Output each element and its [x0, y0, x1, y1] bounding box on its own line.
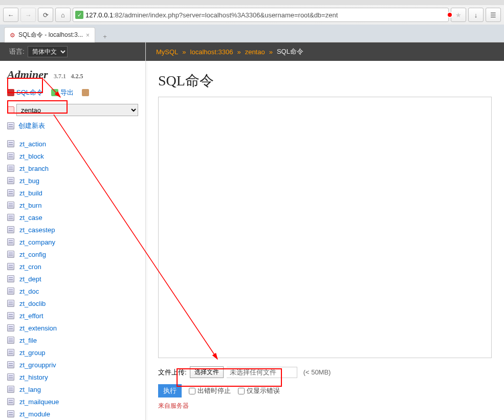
table-row[interactable]: zt_block	[7, 150, 138, 162]
url-bar[interactable]: ✓ 127.0.0.1:82/adminer/index.php?server=…	[73, 8, 449, 22]
breadcrumb-db[interactable]: zentao	[245, 48, 265, 56]
from-server-link[interactable]: 来自服务器	[158, 402, 492, 410]
download-button[interactable]: ↓	[468, 8, 484, 22]
export-link[interactable]: 导出	[51, 88, 74, 97]
table-icon	[7, 349, 14, 356]
table-row[interactable]: zt_action	[7, 138, 138, 150]
breadcrumb-engine[interactable]: MySQL	[156, 48, 178, 56]
table-name: zt_cron	[19, 263, 41, 271]
new-tab-button[interactable]: +	[98, 31, 112, 42]
create-table-link[interactable]: 创建新表	[7, 121, 138, 130]
table-row[interactable]: zt_case	[7, 211, 138, 224]
database-select[interactable]: zentao	[16, 104, 138, 116]
browser-tab-active[interactable]: ⚙ SQL命令 - localhost:3... ×	[4, 27, 95, 42]
back-button[interactable]: ←	[3, 8, 18, 22]
browser-chrome: ← → ⟳ ⌂ ✓ 127.0.0.1:82/adminer/index.php…	[0, 0, 504, 42]
table-name: zt_block	[19, 152, 44, 160]
tab-title: SQL命令 - localhost:3...	[18, 31, 83, 39]
table-row[interactable]: zt_lang	[7, 383, 138, 395]
table-row[interactable]: zt_config	[7, 248, 138, 260]
forward-button[interactable]: →	[20, 8, 36, 22]
table-row[interactable]: zt_mailqueue	[7, 395, 138, 408]
table-icon	[7, 324, 14, 331]
table-icon	[7, 140, 14, 147]
export-icon	[51, 89, 58, 96]
table-name: zt_company	[19, 238, 55, 246]
table-row[interactable]: zt_company	[7, 236, 138, 248]
main: MySQL » localhost:3306 » zentao » SQL命令 …	[146, 42, 504, 420]
table-row[interactable]: zt_group	[7, 346, 138, 359]
table-row[interactable]: zt_bug	[7, 174, 138, 187]
page-title: SQL命令	[158, 71, 492, 91]
table-icon	[7, 238, 14, 246]
language-label: 语言:	[9, 47, 25, 56]
stop-on-error-checkbox[interactable]: 出错时停止	[189, 386, 231, 395]
sidebar: 语言: 简体中文 Adminer 3.7.1 4.2.5 SQL命令 导出	[0, 42, 146, 420]
table-name: zt_build	[19, 189, 42, 197]
size-hint: (< 50MB)	[303, 368, 331, 376]
table-icon	[7, 122, 14, 129]
database-icon	[7, 106, 14, 114]
table-icon	[7, 410, 14, 417]
table-name: zt_doc	[19, 288, 39, 295]
table-name: zt_group	[19, 349, 46, 357]
table-name: zt_branch	[19, 165, 49, 172]
close-icon[interactable]: ×	[86, 32, 90, 39]
home-button[interactable]: ⌂	[55, 8, 71, 22]
table-row[interactable]: zt_effort	[7, 310, 138, 322]
table-name: zt_module	[19, 410, 50, 418]
table-row[interactable]: zt_dept	[7, 273, 138, 285]
table-row[interactable]: zt_casestep	[7, 224, 138, 236]
table-row[interactable]: zt_burn	[7, 199, 138, 211]
table-row[interactable]: zt_cron	[7, 260, 138, 273]
table-name: zt_lang	[19, 386, 41, 393]
table-icon	[7, 202, 14, 209]
sql-textarea[interactable]	[158, 97, 492, 358]
table-row[interactable]: zt_branch	[7, 162, 138, 174]
table-icon	[7, 398, 14, 405]
table-name: zt_action	[19, 140, 46, 148]
choose-file-button[interactable]: 选择文件	[190, 366, 224, 378]
table-name: zt_casestep	[19, 226, 55, 234]
table-icon	[7, 189, 14, 196]
table-row[interactable]: zt_grouppriv	[7, 359, 138, 371]
table-name: zt_case	[19, 214, 42, 222]
breadcrumb-host[interactable]: localhost:3306	[190, 48, 233, 56]
language-select[interactable]: 简体中文	[28, 46, 68, 57]
show-errors-only-checkbox[interactable]: 仅显示错误	[238, 386, 280, 395]
tab-favicon: ⚙	[10, 32, 15, 39]
file-status: 未选择任何文件	[227, 367, 297, 378]
table-name: zt_mailqueue	[19, 398, 59, 406]
table-icon	[7, 165, 14, 172]
table-row[interactable]: zt_module	[7, 408, 138, 420]
table-icon	[7, 386, 14, 393]
table-name: zt_effort	[19, 312, 43, 320]
bookmark-button[interactable]: ★	[451, 8, 466, 22]
table-icon	[7, 337, 14, 344]
tool-icon[interactable]	[82, 89, 89, 96]
table-name: zt_extension	[19, 324, 57, 332]
execute-button[interactable]: 执行	[158, 384, 182, 397]
table-icon	[7, 263, 14, 270]
url-text: 127.0.0.1:82/adminer/index.php?server=lo…	[85, 11, 446, 19]
upload-label: 文件上传:	[158, 368, 187, 377]
table-icon	[7, 373, 14, 381]
reload-button[interactable]: ⟳	[38, 8, 53, 22]
table-list: zt_actionzt_blockzt_branchzt_bugzt_build…	[0, 138, 145, 420]
table-row[interactable]: zt_doc	[7, 285, 138, 297]
sql-command-link[interactable]: SQL命令	[7, 88, 43, 97]
language-bar: 语言: 简体中文	[0, 42, 145, 61]
table-row[interactable]: zt_extension	[7, 322, 138, 334]
table-name: zt_config	[19, 251, 46, 258]
table-name: zt_dept	[19, 275, 41, 283]
table-row[interactable]: zt_file	[7, 334, 138, 346]
table-row[interactable]: zt_history	[7, 371, 138, 383]
table-row[interactable]: zt_build	[7, 187, 138, 199]
menu-button[interactable]: ☰	[486, 8, 501, 22]
table-icon	[7, 275, 14, 282]
table-name: zt_grouppriv	[19, 361, 56, 369]
table-icon	[7, 300, 14, 307]
table-name: zt_doclib	[19, 300, 46, 307]
brand: Adminer 3.7.1 4.2.5	[7, 68, 138, 81]
table-row[interactable]: zt_doclib	[7, 297, 138, 310]
